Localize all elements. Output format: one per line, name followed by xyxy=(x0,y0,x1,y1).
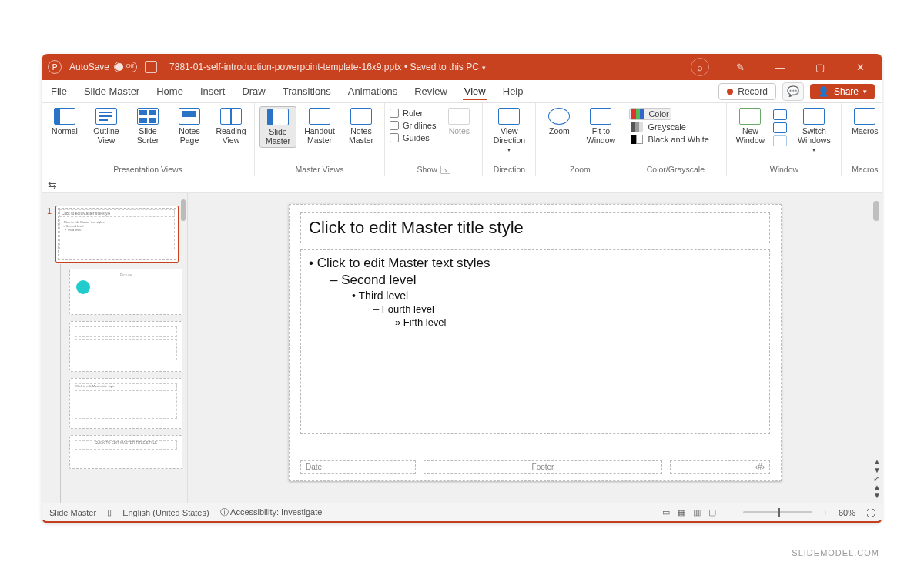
btn-fit-window[interactable]: Fit to Window xyxy=(582,106,619,146)
status-mode: Slide Master xyxy=(49,508,96,517)
layout-thumbnail[interactable]: Picture xyxy=(69,269,182,315)
btn-view-direction[interactable]: View Direction▾ xyxy=(487,106,531,156)
title-placeholder[interactable]: Click to edit Master title style xyxy=(300,212,770,243)
status-language[interactable]: English (United States) xyxy=(122,508,209,517)
btn-handout-master[interactable]: Handout Master xyxy=(301,106,338,146)
tab-slide-master[interactable]: Slide Master xyxy=(82,82,141,100)
document-title: 7881-01-self-introduction-powerpoint-tem… xyxy=(169,62,486,72)
reading-view-icon[interactable]: ▥ xyxy=(693,507,701,517)
arrange-all-icon[interactable] xyxy=(773,109,787,120)
zoom-percent[interactable]: 60% xyxy=(839,508,855,517)
notes-icon[interactable]: ▯ xyxy=(107,507,112,517)
btn-notes-master[interactable]: Notes Master xyxy=(343,106,380,146)
chk-gridlines[interactable]: Gridlines xyxy=(390,120,436,131)
autosave-toggle[interactable]: AutoSave Off xyxy=(69,62,137,72)
canvas-scrollbar[interactable] xyxy=(873,201,879,221)
group-macros: Macros Macros xyxy=(842,103,882,176)
close-button[interactable]: ✕ xyxy=(844,54,876,80)
status-accessibility[interactable]: ⓘ Accessibility: Investigate xyxy=(220,507,323,518)
slideshow-view-icon[interactable]: ▢ xyxy=(708,507,716,517)
tab-review[interactable]: Review xyxy=(413,82,449,100)
body-level-5: Fifth level xyxy=(395,316,762,329)
thumbnail-pane[interactable]: 1 Click to edit Master title style • Cli… xyxy=(42,193,188,503)
layout-thumbnail[interactable]: CLICK TO EDIT MASTER TITLE STYLE xyxy=(69,435,182,469)
group-label: Color/Grayscale xyxy=(647,162,705,174)
btn-new-window[interactable]: New Window xyxy=(732,106,768,146)
btn-slide-sorter[interactable]: Slide Sorter xyxy=(129,106,166,146)
thumb-scrollbar[interactable] xyxy=(181,199,186,221)
save-icon[interactable] xyxy=(145,61,157,73)
btn-outline-view[interactable]: Outline View xyxy=(88,106,125,146)
overflow-icon[interactable]: ⇆ xyxy=(48,179,57,191)
slide-nav-arrows[interactable]: ▲▼⤢▲▼ xyxy=(873,457,881,500)
master-thumbnail[interactable]: 1 Click to edit Master title style • Cli… xyxy=(55,206,179,263)
quick-access-bar: ⇆ xyxy=(42,176,882,193)
btn-reading-view[interactable]: Reading View xyxy=(213,106,249,146)
zoom-slider[interactable] xyxy=(743,511,812,513)
sorter-view-icon[interactable]: ▦ xyxy=(678,507,685,517)
footer-placeholders: Date Footer ‹#› xyxy=(300,460,770,474)
zoom-in-button[interactable]: + xyxy=(823,508,828,517)
tab-home[interactable]: Home xyxy=(155,82,185,100)
record-button[interactable]: Record xyxy=(718,83,776,100)
slide-number-placeholder[interactable]: ‹#› xyxy=(670,460,770,474)
view-shortcut-buttons: ▭ ▦ ▥ ▢ xyxy=(662,507,716,517)
status-bar: Slide Master ▯ English (United States) ⓘ… xyxy=(42,503,882,521)
title-bar: P AutoSave Off 7881-01-self-introduction… xyxy=(42,54,882,80)
thumb-index: 1 xyxy=(47,206,52,216)
ribbon: Normal Outline View Slide Sorter Notes P… xyxy=(42,103,882,176)
btn-zoom[interactable]: Zoom xyxy=(541,106,578,138)
search-button[interactable]: ⌕ xyxy=(684,54,716,80)
cascade-icon[interactable] xyxy=(773,122,787,133)
layout-thumbnail[interactable] xyxy=(69,321,182,372)
maximize-button[interactable]: ▢ xyxy=(804,54,836,80)
share-button[interactable]: 👤 Share ▾ xyxy=(810,84,875,99)
normal-view-icon[interactable]: ▭ xyxy=(662,507,670,517)
minimize-button[interactable]: — xyxy=(764,54,796,80)
autosave-label: AutoSave xyxy=(69,62,109,72)
comments-button[interactable]: 💬 xyxy=(782,82,804,101)
group-label: Direction xyxy=(494,162,525,174)
footer-placeholder[interactable]: Footer xyxy=(424,460,662,474)
tab-draw[interactable]: Draw xyxy=(240,82,266,100)
pen-icon[interactable]: ✎ xyxy=(724,54,756,80)
fit-to-window-icon[interactable]: ⛶ xyxy=(866,508,875,517)
slide-canvas[interactable]: Click to edit Master title style Click t… xyxy=(188,193,882,503)
group-label: Show↘ xyxy=(417,162,450,174)
workspace: 1 Click to edit Master title style • Cli… xyxy=(42,193,882,503)
tab-transitions[interactable]: Transitions xyxy=(281,82,333,100)
btn-normal[interactable]: Normal xyxy=(46,106,83,138)
chk-ruler[interactable]: Ruler xyxy=(390,108,423,119)
zoom-out-button[interactable]: − xyxy=(727,508,732,517)
toggle-icon: Off xyxy=(114,62,137,72)
chk-guides[interactable]: Guides xyxy=(390,132,430,143)
btn-black-white[interactable]: Black and White xyxy=(629,134,710,145)
dialog-launcher-icon[interactable]: ↘ xyxy=(440,166,450,174)
tab-view[interactable]: View xyxy=(463,82,487,100)
group-label: Window xyxy=(770,162,798,174)
body-level-1: Click to edit Master text styles xyxy=(309,255,762,272)
group-color-grayscale: Color Grayscale Black and White Color/Gr… xyxy=(624,103,727,176)
group-master-views: Slide Master Handout Master Notes Master… xyxy=(255,103,385,176)
tab-file[interactable]: File xyxy=(49,82,69,100)
group-label: Presentation Views xyxy=(113,162,182,174)
master-slide[interactable]: Click to edit Master title style Click t… xyxy=(289,204,782,481)
btn-slide-master[interactable]: Slide Master xyxy=(259,106,296,148)
btn-notes-page[interactable]: Notes Page xyxy=(171,106,208,146)
group-zoom: Zoom Fit to Window Zoom xyxy=(536,103,624,176)
group-direction: View Direction▾ Direction xyxy=(483,103,536,176)
powerpoint-window: P AutoSave Off 7881-01-self-introduction… xyxy=(42,54,882,523)
btn-notes: Notes xyxy=(440,106,477,138)
tab-animations[interactable]: Animations xyxy=(346,82,399,100)
btn-grayscale[interactable]: Grayscale xyxy=(629,122,688,132)
body-level-4: Fourth level xyxy=(373,303,762,316)
btn-color[interactable]: Color xyxy=(629,108,671,120)
date-placeholder[interactable]: Date xyxy=(300,460,416,474)
body-placeholder[interactable]: Click to edit Master text styles Second … xyxy=(300,249,770,434)
layout-thumbnail[interactable]: Click to edit Master title style xyxy=(69,378,182,429)
group-window: New Window Switch Windows▾ Window xyxy=(727,103,842,176)
tab-insert[interactable]: Insert xyxy=(199,82,227,100)
tab-help[interactable]: Help xyxy=(501,82,525,100)
btn-macros[interactable]: Macros xyxy=(846,106,882,138)
btn-switch-windows[interactable]: Switch Windows▾ xyxy=(792,106,836,156)
